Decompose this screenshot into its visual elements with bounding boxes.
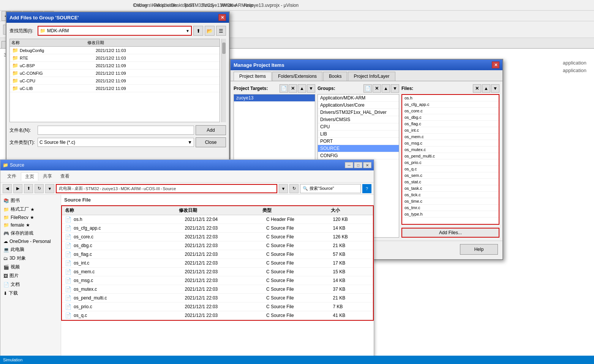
maximize-btn[interactable]: □ — [354, 162, 362, 168]
targets-up-btn[interactable]: ▲ — [298, 84, 306, 93]
minimize-btn[interactable]: ─ — [345, 162, 353, 168]
groups-down-btn[interactable]: ▼ — [391, 84, 399, 93]
group-item[interactable]: Drivers/CMSIS — [318, 116, 399, 123]
add-files-button[interactable]: Add Files... — [401, 228, 499, 238]
list-item[interactable]: 📁 uC-CPU 2021/12/2 11:09 — [10, 77, 220, 85]
explorer-close-btn[interactable]: ✕ — [363, 162, 371, 168]
filetype-combo[interactable]: C Source file (*.c) ▼ — [38, 138, 194, 147]
files-up-btn[interactable]: ▲ — [482, 84, 490, 93]
targets-del-btn[interactable]: ✕ — [289, 84, 297, 93]
address-refresh-btn[interactable]: ↻ — [289, 184, 299, 193]
file-list-scrollbar[interactable] — [221, 39, 226, 122]
table-row[interactable]: 📄 os_pend_multi.c 2021/12/1 22:03 C Sour… — [62, 294, 373, 303]
sidebar-item-onedrive[interactable]: ☁ OneDrive - Personal — [0, 238, 61, 245]
groups-del-btn[interactable]: ✕ — [373, 84, 381, 93]
group-item-source[interactable]: SOURCE — [318, 145, 399, 152]
ribbon-tab-file[interactable]: 文件 — [3, 172, 20, 180]
add-button[interactable]: Add — [196, 125, 226, 135]
nav-forward-btn[interactable]: ▶ — [13, 184, 22, 193]
list-item[interactable]: 📁 uC-LIB 2021/12/2 11:09 — [10, 85, 220, 92]
sidebar-item-docs[interactable]: 📄 文档 — [0, 280, 61, 289]
table-row[interactable]: 📄 os_prio.c 2021/12/1 22:03 C Source Fil… — [62, 303, 373, 311]
group-item[interactable]: CONFIG — [318, 152, 399, 159]
sidebar-item-video[interactable]: 🎬 视频 — [0, 263, 61, 271]
address-path[interactable]: 此电脑 › 桌面 › STM32 › zuoye13 › MDK-ARM › u… — [56, 184, 277, 193]
group-item[interactable]: Application/User/Core — [318, 102, 399, 109]
file-item[interactable]: os_msg.c — [402, 140, 499, 147]
targets-down-btn[interactable]: ▼ — [307, 84, 315, 93]
group-item[interactable]: CPU — [318, 123, 399, 131]
nav-up-btn[interactable]: ⬆ — [193, 26, 203, 36]
table-row[interactable]: 📄 os_cfg_app.c 2021/12/1 22:03 C Source … — [62, 224, 373, 233]
address-dropdown-btn[interactable]: ▼ — [279, 184, 288, 193]
file-item[interactable]: os_time.c — [402, 198, 499, 205]
file-item[interactable]: os_cfg_app.c — [402, 101, 499, 108]
sidebar-item-pictures[interactable]: 🖼 图片 — [0, 271, 61, 280]
targets-new-btn[interactable]: 📄 — [280, 84, 288, 93]
nav-back-btn[interactable]: ◀ — [3, 184, 12, 193]
file-item[interactable]: os_int.c — [402, 127, 499, 134]
files-down-btn[interactable]: ▼ — [491, 84, 499, 93]
file-item[interactable]: os_mutex.c — [402, 147, 499, 153]
file-item[interactable]: os_mem.c — [402, 134, 499, 140]
sidebar-item-computer[interactable]: 💻 此电脑 — [0, 245, 61, 254]
help-btn[interactable]: ? — [362, 184, 371, 193]
groups-up-btn[interactable]: ▲ — [382, 84, 390, 93]
file-item[interactable]: os_tick.c — [402, 192, 499, 198]
sidebar-item-saved[interactable]: 🎮 保存的游戏 — [0, 229, 61, 238]
table-row[interactable]: 📄 os_q.c 2021/12/1 22:03 C Source File 4… — [62, 311, 373, 320]
files-del-btn[interactable]: ✕ — [473, 84, 481, 93]
group-item[interactable]: LIB — [318, 131, 399, 138]
file-item[interactable]: os_q.c — [402, 166, 499, 172]
table-row[interactable]: 📄 os_mutex.c 2021/12/1 22:03 C Source Fi… — [62, 285, 373, 294]
target-item[interactable]: zuoye13 — [234, 95, 315, 102]
file-item[interactable]: os.h — [402, 95, 499, 101]
nav-up-dir-btn[interactable]: ⬆ — [24, 184, 33, 193]
groups-new-btn[interactable]: 📄 — [363, 84, 372, 93]
tab-project-info[interactable]: Project Info/Layer — [348, 72, 395, 81]
filename-input[interactable] — [38, 126, 194, 135]
sidebar-item-3d[interactable]: 🗂 3D 对象 — [0, 254, 61, 263]
list-item[interactable]: 📁 DebugConfig 2021/12/2 11:03 — [10, 47, 220, 54]
file-item[interactable]: os_pend_multi.c — [402, 153, 499, 159]
file-item[interactable]: os_flag.c — [402, 121, 499, 127]
table-row[interactable]: 📄 os_mem.c 2021/12/1 22:03 C Source File… — [62, 268, 373, 276]
manage-close-btn[interactable]: ✕ — [492, 61, 499, 68]
tab-books[interactable]: Books — [323, 72, 347, 81]
table-row[interactable]: 📄 os_flag.c 2021/12/1 22:03 C Source Fil… — [62, 250, 373, 259]
ribbon-tab-share[interactable]: 共享 — [39, 172, 56, 180]
ribbon-tab-home[interactable]: 主页 — [21, 172, 38, 181]
list-item[interactable]: 📁 RTE 2021/12/2 11:03 — [10, 54, 220, 62]
file-item[interactable]: os_tmr.c — [402, 205, 499, 211]
list-item[interactable]: 📁 uC-CONFIG 2021/12/2 11:09 — [10, 69, 220, 77]
file-item[interactable]: os_stat.c — [402, 179, 499, 185]
sidebar-item-downloads[interactable]: ⬇ 下载 — [0, 289, 61, 298]
file-item[interactable]: os_dbg.c — [402, 114, 499, 121]
table-row[interactable]: 📄 os_dbg.c 2021/12/1 22:03 C Source File… — [62, 241, 373, 250]
nav-refresh-btn[interactable]: ↻ — [35, 184, 44, 193]
file-item[interactable]: os_core.c — [402, 108, 499, 114]
search-box[interactable]: 🔍 搜索"Source" — [300, 184, 361, 193]
table-row[interactable]: 📄 os_int.c 2021/12/1 22:03 C Source File… — [62, 259, 373, 268]
dialog-add-close[interactable]: ✕ — [218, 14, 226, 21]
table-row[interactable]: 📄 os_core.c 2021/12/1 22:03 C Source Fil… — [62, 233, 373, 241]
search-range-combo[interactable]: 📁 MDK-ARM ▼ — [38, 26, 192, 36]
group-item[interactable]: Drivers/STM32F1xx_HAL_Driver — [318, 109, 399, 116]
view-btn[interactable]: ☰ — [216, 26, 226, 36]
file-item[interactable]: os_prio.c — [402, 159, 499, 166]
group-item[interactable]: PORT — [318, 138, 399, 145]
close-button[interactable]: Close — [196, 137, 226, 147]
ribbon-tab-view[interactable]: 查看 — [57, 172, 73, 180]
nav-dropdown-btn[interactable]: ▼ — [45, 184, 54, 193]
sidebar-item-books[interactable]: 📚 图书 — [0, 196, 61, 205]
file-item[interactable]: os_sem.c — [402, 172, 499, 179]
file-item[interactable]: os_task.c — [402, 185, 499, 192]
group-item[interactable]: Application/MDK-ARM — [318, 95, 399, 102]
file-item[interactable]: os_type.h — [402, 211, 499, 217]
table-row[interactable]: 📄 os_msg.c 2021/12/1 22:03 C Source File… — [62, 276, 373, 285]
list-item[interactable]: 📁 uC-BSP 2021/12/2 11:09 — [10, 62, 220, 69]
help-button[interactable]: Help — [460, 244, 498, 255]
sidebar-item-geshi[interactable]: 📁 格式工厂 ★ — [0, 205, 61, 214]
tab-project-items[interactable]: Project Items — [234, 72, 272, 81]
new-folder-btn[interactable]: 📂 — [205, 26, 215, 36]
